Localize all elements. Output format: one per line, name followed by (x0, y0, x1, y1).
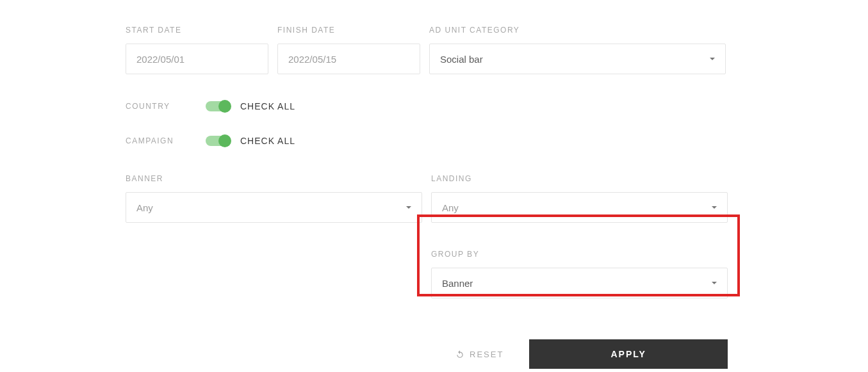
country-toggle[interactable] (206, 101, 229, 111)
group-by-value: Banner (442, 278, 473, 289)
reset-label: RESET (470, 350, 504, 359)
campaign-toggle[interactable] (206, 136, 229, 146)
start-date-input[interactable] (126, 44, 268, 74)
country-label: COUNTRY (126, 102, 206, 111)
landing-value: Any (442, 202, 459, 213)
finish-date-label: FINISH DATE (277, 26, 420, 35)
banner-select[interactable]: Any (126, 192, 422, 223)
chevron-down-icon (712, 206, 717, 209)
landing-select[interactable]: Any (431, 192, 728, 223)
reset-button[interactable]: RESET (455, 350, 504, 359)
banner-label: BANNER (126, 174, 422, 183)
group-by-select[interactable]: Banner (431, 268, 728, 298)
chevron-down-icon (712, 282, 717, 284)
landing-label: LANDING (431, 174, 728, 183)
apply-button[interactable]: APPLY (529, 339, 728, 369)
undo-icon (455, 350, 464, 359)
ad-unit-category-value: Social bar (440, 54, 483, 65)
chevron-down-icon (710, 58, 715, 60)
chevron-down-icon (406, 206, 411, 209)
banner-value: Any (136, 202, 153, 213)
start-date-label: START DATE (126, 26, 268, 35)
country-toggle-text: CHECK ALL (240, 101, 295, 111)
finish-date-input[interactable] (277, 44, 420, 74)
ad-unit-category-select[interactable]: Social bar (429, 44, 726, 74)
campaign-toggle-text: CHECK ALL (240, 136, 295, 146)
campaign-label: CAMPAIGN (126, 136, 206, 145)
ad-unit-category-label: AD UNIT CATEGORY (429, 26, 726, 35)
group-by-label: GROUP BY (431, 250, 728, 259)
